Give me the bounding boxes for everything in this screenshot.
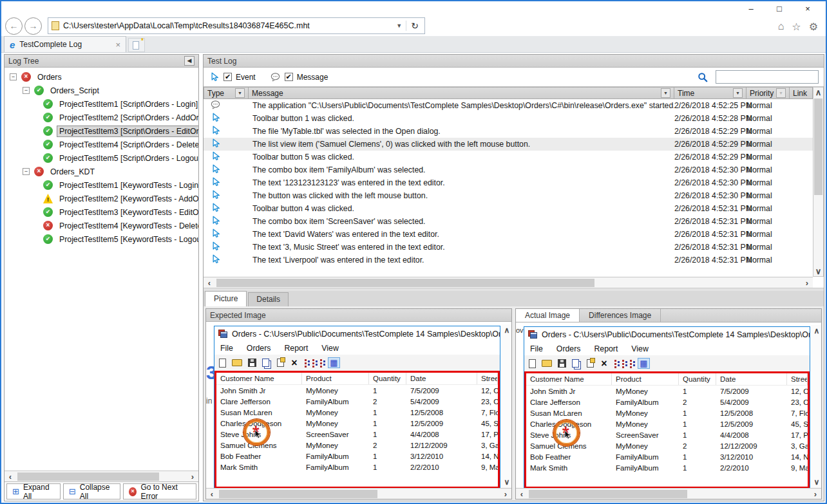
- scroll-thumb[interactable]: [814, 98, 822, 195]
- log-row-time: 2/26/2018 4:52:31 PM: [674, 204, 746, 213]
- priority-filter-dropdown-icon[interactable]: ▼: [776, 88, 786, 98]
- scroll-left-icon[interactable]: ‹: [204, 278, 215, 288]
- event-cursor-icon: [211, 151, 221, 162]
- home-icon[interactable]: ⌂: [778, 21, 784, 33]
- column-header-type[interactable]: Type ▼: [204, 87, 249, 99]
- address-bar[interactable]: C:\Users\tester\AppData\Local\Temp\tcRes…: [48, 17, 425, 34]
- log-row[interactable]: Toolbar button 4 was clicked.2/26/2018 4…: [204, 202, 813, 215]
- grid-cell: John Smith Jr: [526, 387, 612, 395]
- log-row[interactable]: The combo box item 'FamilyAlbum' was sel…: [204, 163, 813, 176]
- search-input[interactable]: [716, 70, 819, 84]
- scroll-down-icon[interactable]: ∨: [811, 476, 821, 488]
- scroll-up-icon[interactable]: ∧: [811, 325, 821, 337]
- collapse-all-button[interactable]: ⊟ Collapse All: [63, 483, 120, 499]
- scroll-up-icon[interactable]: ∧: [813, 88, 824, 97]
- tree-item[interactable]: ✔ProjectTestItem3 [Script\Orders - EditO…: [5, 124, 198, 138]
- favorites-star-icon[interactable]: ☆: [792, 21, 801, 33]
- tab-bar: e TestComplete Log × *: [1, 36, 826, 53]
- grid-row: Bob FeatherFamilyAlbum13/12/201014, Nort…: [526, 451, 808, 462]
- log-row[interactable]: The combo box item 'ScreenSaver' was sel…: [204, 215, 813, 228]
- column-header-link[interactable]: Link: [790, 87, 813, 99]
- tab-picture[interactable]: Picture: [205, 291, 247, 306]
- tree-item[interactable]: −×Orders: [5, 70, 198, 84]
- error-status-icon: ×: [34, 167, 44, 176]
- tree-item[interactable]: ✔ProjectTestItem1 [KeywordTests - Login]: [5, 178, 198, 192]
- scroll-down-icon[interactable]: ∨: [813, 266, 824, 276]
- log-row[interactable]: The button was clicked with the left mou…: [204, 189, 813, 202]
- tree-expander-icon[interactable]: −: [10, 73, 17, 80]
- log-row[interactable]: The list view item ('Samuel Clemens', 0)…: [204, 138, 813, 151]
- tree-item[interactable]: ✔ProjectTestItem3 [KeywordTests - EditOr…: [5, 205, 198, 219]
- address-dropdown-icon[interactable]: ▼: [392, 23, 406, 29]
- menu-view: View: [321, 344, 338, 353]
- log-row[interactable]: The text '3, Music Street' was entered i…: [204, 241, 813, 254]
- type-filter-dropdown-icon[interactable]: ▼: [235, 88, 245, 98]
- grid-cell: MyMoney: [612, 420, 679, 428]
- column-header-time[interactable]: Time ▼: [674, 87, 746, 99]
- minimize-button[interactable]: –: [737, 4, 765, 14]
- column-header-priority[interactable]: Priority ▼: [746, 87, 790, 99]
- tree-item[interactable]: !ProjectTestItem2 [KeywordTests - AddOrd…: [5, 192, 198, 205]
- column-header-message[interactable]: Message ▼: [249, 87, 674, 99]
- tab-close-icon[interactable]: ×: [115, 40, 120, 50]
- grid-row: Mark SmithFamilyAlbum12/2/20109, Maple V: [526, 462, 808, 473]
- panel-collapse-icon[interactable]: ◀: [184, 56, 195, 66]
- back-button[interactable]: ←: [5, 17, 23, 35]
- test-log-column-headers: Type ▼ Message ▼ Time ▼ Priority ▼: [204, 87, 813, 99]
- scroll-thumb[interactable]: [219, 490, 377, 498]
- log-row[interactable]: The text '123123123123' was entered in t…: [204, 176, 813, 189]
- scroll-thumb[interactable]: [17, 472, 159, 481]
- scroll-thumb[interactable]: [529, 490, 687, 498]
- log-row[interactable]: The text 'David Waters' was entered in t…: [204, 228, 813, 241]
- browser-tab[interactable]: e TestComplete Log ×: [4, 36, 126, 52]
- log-row-priority: Normal: [746, 165, 790, 174]
- message-filter-dropdown-icon[interactable]: ▼: [661, 88, 670, 98]
- sort-descending-icon: [312, 359, 314, 366]
- maximize-button[interactable]: □: [765, 4, 794, 14]
- log-row-priority: Normal: [746, 243, 790, 252]
- tree-item[interactable]: −×Orders_KDT: [5, 165, 198, 178]
- time-filter-dropdown-icon[interactable]: ▼: [733, 88, 743, 98]
- scroll-right-icon[interactable]: ›: [500, 489, 511, 499]
- tree-item[interactable]: ✔ProjectTestItem5 [KeywordTests - Logout…: [5, 232, 198, 246]
- ok-status-icon: ✔: [43, 126, 53, 136]
- scroll-right-icon[interactable]: ›: [187, 472, 198, 481]
- tab-differences-image[interactable]: Differences Image: [580, 309, 661, 322]
- scroll-right-icon[interactable]: ›: [810, 489, 821, 499]
- close-button[interactable]: ×: [794, 4, 822, 14]
- log-row-message: Toolbar button 4 was clicked.: [249, 204, 674, 213]
- log-row[interactable]: The application "C:\Users\Public\Documen…: [204, 99, 813, 112]
- scroll-left-icon[interactable]: ‹: [206, 489, 218, 499]
- scroll-left-icon[interactable]: ‹: [5, 472, 16, 481]
- scroll-thumb[interactable]: [216, 279, 594, 287]
- log-row[interactable]: The text 'Liverpool' was entered in the …: [204, 254, 813, 266]
- go-to-next-error-button[interactable]: × Go to Next Error: [123, 483, 196, 499]
- tree-item[interactable]: ✔ProjectTestItem2 [Script\Orders - AddOr…: [5, 111, 198, 124]
- grid-cell: MyMoney: [302, 409, 369, 416]
- refresh-icon[interactable]: ↻: [406, 21, 423, 31]
- tree-item[interactable]: −✔Orders_Script: [5, 84, 198, 97]
- tree-expander-icon[interactable]: −: [23, 87, 30, 94]
- test-log-vscrollbar: ∧ ∨: [813, 87, 824, 277]
- log-row[interactable]: Toolbar button 5 was clicked.2/26/2018 4…: [204, 151, 813, 163]
- scroll-right-icon[interactable]: ›: [801, 278, 813, 288]
- log-row[interactable]: Toolbar button 1 was clicked.2/26/2018 4…: [204, 112, 813, 125]
- forward-button[interactable]: →: [24, 17, 42, 35]
- tree-expander-icon[interactable]: −: [23, 168, 30, 175]
- tree-item[interactable]: ✔ProjectTestItem5 [Script\Orders - Logou…: [5, 151, 198, 165]
- new-tab-button[interactable]: *: [128, 38, 145, 52]
- settings-gear-icon[interactable]: ⚙: [809, 21, 818, 33]
- tree-item[interactable]: ✔ProjectTestItem4 [Script\Orders - Delet…: [5, 138, 198, 151]
- orders-data-grid: Customer NameProductQuantityDateStreet J…: [214, 371, 500, 488]
- tree-item[interactable]: ×ProjectTestItem4 [KeywordTests - Delete…: [5, 219, 198, 232]
- tab-details[interactable]: Details: [248, 292, 289, 306]
- scroll-down-icon[interactable]: ∨: [501, 476, 511, 488]
- message-checkbox[interactable]: ✔: [285, 73, 293, 81]
- expand-all-button[interactable]: ⊞ Expand All: [6, 483, 61, 499]
- tab-actual-image[interactable]: Actual Image: [516, 309, 580, 322]
- log-row[interactable]: The file 'MyTable.tbl' was selected in t…: [204, 125, 813, 138]
- tree-item[interactable]: ✔ProjectTestItem1 [Script\Orders - Login…: [5, 97, 198, 111]
- scroll-left-icon[interactable]: ‹: [516, 489, 528, 499]
- scroll-up-icon[interactable]: ∧: [501, 324, 511, 336]
- event-checkbox[interactable]: ✔: [223, 73, 232, 81]
